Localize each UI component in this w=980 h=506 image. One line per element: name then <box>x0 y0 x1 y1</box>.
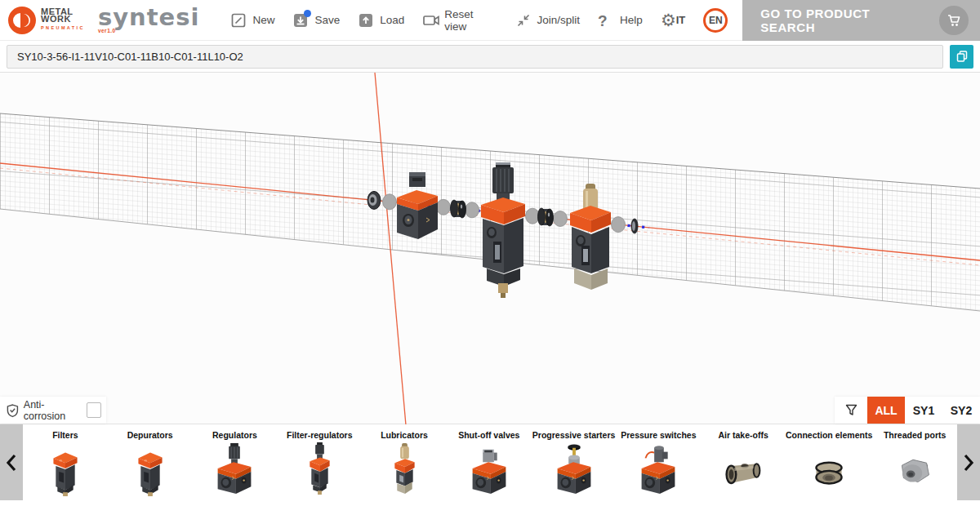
go-to-product-search-button[interactable]: GO TO PRODUCT SEARCH <box>742 0 980 41</box>
help-icon: ? <box>598 12 614 29</box>
carousel-item-label: Regulators <box>212 430 257 440</box>
carousel-item-lubricators[interactable]: Lubricators <box>362 424 447 500</box>
new-label: New <box>252 14 274 26</box>
carousel-item-connection-elements[interactable]: Connection elements <box>786 424 872 500</box>
configuration-code-bar: SY10-3-56-I1-11V10-C01-11B10-C01-11L10-O… <box>0 41 980 72</box>
carousel-item-label: Progressive starters <box>532 430 616 440</box>
filter-regulator-product-image <box>292 441 347 498</box>
carousel-item-label: Threaded ports <box>884 430 946 440</box>
top-toolbar: METAL WORK PNEUMATIC syntesi ver1.0 New <box>0 0 980 41</box>
carousel-item-label: Connection elements <box>786 430 872 440</box>
reset-view-icon <box>422 12 439 29</box>
load-label: Load <box>380 14 404 26</box>
regulator-product-image <box>207 441 262 498</box>
brand-line2: WORK <box>41 16 85 23</box>
progressive-starter-product-image <box>546 441 602 498</box>
carousel-item-filter-regulators[interactable]: Filter-regulators <box>277 424 362 500</box>
carousel-item-label: Filters <box>52 430 78 440</box>
help-button[interactable]: ? Help <box>598 12 643 29</box>
carousel-item-label: Air take-offs <box>719 430 768 440</box>
anti-corrosion-panel: Anti-corrosion <box>0 397 106 424</box>
product-carousel: Filters Depurators Regulators Filter-reg… <box>0 424 980 506</box>
metalwork-logo-icon <box>8 7 36 34</box>
tab-sy1[interactable]: SY1 <box>905 397 942 424</box>
viewport-3d-scene[interactable] <box>0 73 980 425</box>
shut-off-valve-product-image <box>461 441 517 498</box>
settings-button[interactable]: ⚙ <box>661 12 676 29</box>
new-button[interactable]: New <box>230 12 274 29</box>
carousel-item-progressive-starters[interactable]: Progressive starters <box>532 424 617 500</box>
depurator-product-image <box>122 441 178 498</box>
tab-sy2[interactable]: SY2 <box>942 397 980 424</box>
brand-logo: METAL WORK PNEUMATIC syntesi ver1.0 <box>0 7 199 34</box>
syntesi-wordmark: syntesi ver1.0 <box>98 7 200 33</box>
reset-view-button[interactable]: Reset view <box>422 8 497 33</box>
shield-check-icon <box>7 403 19 418</box>
end-cap-right-3d[interactable] <box>631 219 638 233</box>
filter-button[interactable] <box>835 397 867 424</box>
connection-element-product-image <box>801 441 857 498</box>
carousel-items: Filters Depurators Regulators Filter-reg… <box>23 424 957 500</box>
reset-view-label: Reset view <box>444 8 497 33</box>
carousel-item-label: Lubricators <box>381 430 428 440</box>
carousel-item-shut-off-valves[interactable]: Shut-off valves <box>447 424 532 500</box>
copy-icon <box>956 50 969 63</box>
carousel-item-pressure-switches[interactable]: Pressure switches <box>616 424 701 500</box>
end-cap-left-3d[interactable] <box>368 191 381 209</box>
brand-sub: PNEUMATIC <box>41 24 85 32</box>
chevron-right-icon <box>963 454 974 472</box>
funnel-icon <box>845 404 858 416</box>
carousel-item-air-take-offs[interactable]: Air take-offs <box>701 424 786 500</box>
save-icon <box>292 12 309 29</box>
action-toolbar: New Save Load <box>230 8 675 33</box>
new-icon <box>230 12 247 29</box>
carousel-item-label: Shut-off valves <box>458 430 519 440</box>
carousel-item-filters[interactable]: Filters <box>23 424 108 500</box>
carousel-prev-button[interactable] <box>0 424 23 500</box>
header-right: IT EN GO TO PRODUCT SEARCH <box>676 0 980 41</box>
anti-corrosion-checkbox[interactable] <box>87 402 101 418</box>
language-it-button[interactable]: IT <box>676 14 686 26</box>
clamp-3d-2[interactable] <box>538 208 554 226</box>
anti-corrosion-label: Anti-corrosion <box>24 399 82 422</box>
join-split-label: Join/split <box>537 14 581 26</box>
lubricator-product-image <box>376 441 432 498</box>
carousel-item-label: Depurators <box>127 430 173 440</box>
metalwork-wordmark: METAL WORK PNEUMATIC <box>41 8 85 32</box>
configuration-code-field[interactable]: SY10-3-56-I1-11V10-C01-11B10-C01-11L10-O… <box>7 45 943 69</box>
carousel-next-button[interactable] <box>957 424 980 500</box>
help-label: Help <box>620 14 643 26</box>
product-name: syntesi <box>98 7 200 28</box>
language-en-button[interactable]: EN <box>703 8 728 33</box>
load-icon <box>358 12 374 29</box>
tab-all[interactable]: ALL <box>867 397 905 424</box>
threaded-port-product-image <box>887 441 942 498</box>
viewport-3d[interactable]: Anti-corrosion ALL SY1 SY2 <box>0 72 980 424</box>
pressure-switch-product-image <box>630 441 686 498</box>
clamp-3d[interactable] <box>451 200 466 218</box>
carousel-item-label: Filter-regulators <box>287 430 353 440</box>
carousel-item-threaded-ports[interactable]: Threaded ports <box>872 424 957 500</box>
carousel-item-label: Pressure switches <box>621 430 696 440</box>
filter-product-image <box>38 441 93 498</box>
join-split-button[interactable]: Join/split <box>515 12 581 29</box>
join-split-icon <box>515 12 532 29</box>
copy-code-button[interactable] <box>950 45 973 69</box>
chevron-left-icon <box>6 454 17 472</box>
series-filter-panel: ALL SY1 SY2 <box>835 397 980 424</box>
save-label: Save <box>314 14 340 26</box>
carousel-item-depurators[interactable]: Depurators <box>108 424 193 500</box>
go-to-product-search-label: GO TO PRODUCT SEARCH <box>760 7 928 34</box>
carousel-item-regulators[interactable]: Regulators <box>193 424 278 500</box>
save-button[interactable]: Save <box>292 12 340 29</box>
load-button[interactable]: Load <box>358 12 404 29</box>
air-take-off-product-image <box>715 441 771 498</box>
gear-icon: ⚙ <box>661 12 676 29</box>
cart-icon <box>939 6 969 35</box>
save-notification-badge <box>304 10 311 17</box>
